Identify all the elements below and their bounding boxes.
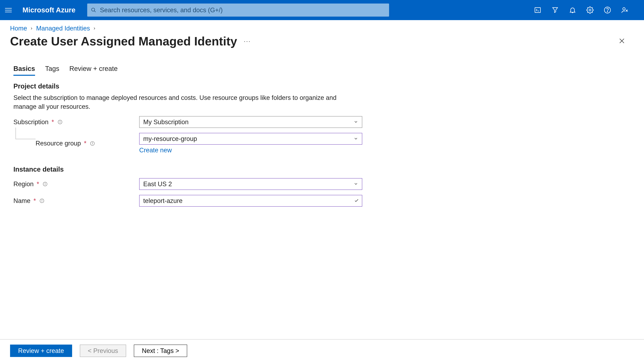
project-details-description: Select the subscription to manage deploy…: [14, 93, 352, 111]
breadcrumb: Home Managed Identities: [0, 20, 644, 32]
info-icon[interactable]: [43, 182, 48, 186]
indent-connector: [16, 128, 36, 139]
chevron-right-icon: [92, 27, 96, 30]
chevron-right-icon: [30, 27, 33, 30]
form-tabs: Basics Tags Review + create: [0, 48, 644, 76]
region-select[interactable]: East US 2: [139, 178, 362, 190]
info-icon[interactable]: [40, 198, 44, 203]
section-instance-details: Instance details Region * East US 2 Name…: [0, 154, 644, 207]
svg-point-18: [45, 183, 45, 183]
row-resource-group: Resource group * my-resource-group Creat…: [14, 133, 630, 154]
page-title-row: Create User Assigned Managed Identity ··…: [0, 32, 644, 48]
svg-point-4: [589, 9, 591, 11]
required-marker: *: [84, 140, 86, 147]
chevron-down-icon: [354, 135, 358, 142]
svg-point-5: [604, 7, 611, 13]
label-name: Name: [14, 197, 30, 204]
row-subscription: Subscription * My Subscription: [14, 116, 630, 128]
chevron-down-icon: [354, 118, 358, 126]
chevron-down-icon: [354, 180, 358, 188]
tab-review-create[interactable]: Review + create: [69, 65, 118, 76]
notifications-icon[interactable]: [568, 6, 576, 14]
required-marker: *: [33, 197, 36, 204]
more-actions-icon[interactable]: ···: [244, 38, 251, 45]
label-subscription: Subscription: [14, 118, 48, 126]
brand-label[interactable]: Microsoft Azure: [22, 6, 76, 14]
azure-topbar: Microsoft Azure: [0, 0, 644, 20]
info-icon[interactable]: [90, 141, 95, 146]
svg-point-0: [92, 8, 95, 11]
subscription-value: My Subscription: [143, 118, 188, 126]
cloud-shell-icon[interactable]: [534, 6, 542, 14]
create-new-resource-group-link[interactable]: Create new: [139, 147, 172, 154]
section-project-details: Project details Select the subscription …: [0, 76, 644, 154]
required-marker: *: [52, 118, 54, 126]
breadcrumb-home[interactable]: Home: [10, 25, 27, 32]
label-resource-group: Resource group: [36, 140, 81, 147]
info-icon[interactable]: [58, 120, 62, 124]
wizard-footer: Review + create < Previous Next : Tags >: [0, 339, 644, 362]
search-input[interactable]: [100, 6, 386, 14]
row-region: Region * East US 2: [14, 178, 630, 190]
previous-button: < Previous: [80, 345, 126, 357]
validation-check-icon: [354, 198, 359, 204]
project-details-heading: Project details: [14, 82, 630, 90]
tab-basics[interactable]: Basics: [14, 65, 35, 76]
required-marker: *: [36, 180, 39, 188]
resource-group-select[interactable]: my-resource-group: [139, 133, 362, 145]
svg-point-7: [623, 7, 625, 10]
next-tags-button[interactable]: Next : Tags >: [134, 345, 187, 357]
name-input[interactable]: [139, 195, 362, 207]
subscription-select[interactable]: My Subscription: [139, 116, 362, 128]
hamburger-menu-icon[interactable]: [5, 6, 12, 14]
svg-point-6: [607, 11, 608, 12]
svg-point-15: [92, 142, 92, 143]
label-region: Region: [14, 180, 34, 188]
resource-group-value: my-resource-group: [143, 135, 197, 142]
instance-details-heading: Instance details: [14, 166, 630, 173]
review-create-button[interactable]: Review + create: [10, 345, 72, 357]
svg-line-1: [94, 11, 96, 12]
global-search[interactable]: [87, 3, 389, 16]
tab-tags[interactable]: Tags: [45, 65, 59, 76]
breadcrumb-managed-identities[interactable]: Managed Identities: [36, 25, 90, 32]
svg-rect-2: [535, 7, 540, 12]
svg-point-12: [60, 121, 60, 121]
topbar-actions: [534, 6, 639, 14]
feedback-icon[interactable]: [621, 6, 629, 14]
settings-gear-icon[interactable]: [586, 6, 594, 14]
help-icon[interactable]: [604, 6, 612, 14]
search-icon: [91, 7, 96, 13]
row-name: Name *: [14, 195, 630, 207]
close-blade-button[interactable]: [618, 37, 626, 45]
region-value: East US 2: [143, 180, 172, 188]
svg-point-21: [42, 200, 42, 200]
page-title: Create User Assigned Managed Identity: [10, 34, 237, 48]
directory-filter-icon[interactable]: [551, 6, 559, 14]
